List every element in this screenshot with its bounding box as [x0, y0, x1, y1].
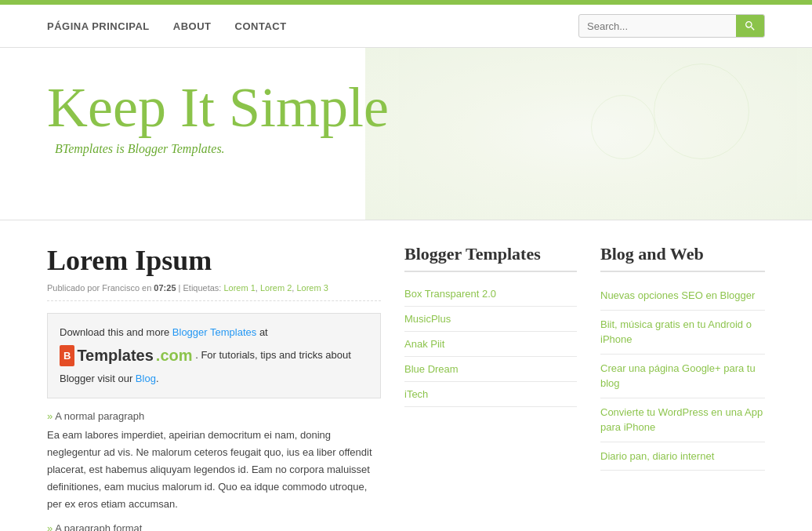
- sidebar1-title: Blogger Templates: [404, 244, 577, 272]
- post-tag-2[interactable]: Lorem 2: [260, 283, 292, 293]
- list-item: Convierte tu WordPress en una App para i…: [600, 398, 765, 442]
- sidebar2-item-0[interactable]: Nuevas opciones SEO en Blogger: [600, 289, 755, 301]
- post-tag-1[interactable]: Lorem 1: [223, 283, 255, 293]
- post-title: Lorem Ipsum: [47, 244, 381, 277]
- paragraph1-title: A normal paragraph: [47, 410, 381, 422]
- sidebar2-title: Blog and Web: [600, 244, 765, 272]
- site-subtitle: BTemplates is Blogger Templates.: [55, 142, 765, 156]
- list-item: Anak Piit: [404, 332, 577, 357]
- sidebar-section-1: Blogger Templates Box Transparent 2.0 Mu…: [404, 244, 577, 407]
- sidebar-section-2: Blog and Web Nuevas opciones SEO en Blog…: [600, 244, 765, 471]
- post-download-text: Download this and more: [60, 326, 169, 338]
- nav-about[interactable]: ABOUT: [173, 20, 212, 32]
- sidebar2-item-4[interactable]: Diario pan, diario internet: [600, 450, 714, 462]
- bt-text: Templates: [77, 341, 153, 369]
- post-meta: Publicado por Francisco en 07:25 | Etiqu…: [47, 283, 381, 301]
- header-area: Keep It Simple BTemplates is Blogger Tem…: [0, 48, 812, 220]
- post-tag-3[interactable]: Lorem 3: [296, 283, 328, 293]
- list-item: MusicPlus: [404, 307, 577, 332]
- sidebar1-item-1[interactable]: MusicPlus: [404, 313, 451, 325]
- sidebar1-item-2[interactable]: Anak Piit: [404, 338, 444, 350]
- search-icon: [744, 20, 756, 32]
- post-time: 07:25: [154, 283, 176, 293]
- sidebar1-item-4[interactable]: iTech: [404, 388, 428, 400]
- sidebar1-list: Box Transparent 2.0 MusicPlus Anak Piit …: [404, 282, 577, 407]
- list-item: iTech: [404, 382, 577, 407]
- search-input[interactable]: [579, 16, 736, 37]
- nav-contact[interactable]: CONTACT: [235, 20, 287, 32]
- post-etiquetas-label: | Etiquetas:: [179, 283, 222, 293]
- site-title: Keep It Simple: [47, 79, 765, 136]
- list-item: Biit, música gratis en tu Android o iPho…: [600, 311, 765, 355]
- bt-icon: B: [60, 345, 74, 366]
- post-published-by: Publicado por Francisco en: [47, 283, 151, 293]
- list-item: Blue Dream: [404, 357, 577, 382]
- nav-links: PÁGINA PRINCIPAL ABOUT CONTACT: [47, 20, 578, 32]
- sidebar2-item-3[interactable]: Convierte tu WordPress en una App para i…: [600, 406, 763, 434]
- sidebar-blog-and-web: Blog and Web Nuevas opciones SEO en Blog…: [600, 244, 765, 531]
- paragraph1-body: Ea eam labores imperdiet, apeirian democ…: [47, 427, 381, 513]
- list-item: Crear una página Google+ para tu blog: [600, 355, 765, 398]
- sidebar1-item-3[interactable]: Blue Dream: [404, 363, 459, 375]
- sidebar-blogger-templates: Blogger Templates Box Transparent 2.0 Mu…: [404, 244, 577, 531]
- post-blog-link[interactable]: Blog: [136, 373, 156, 384]
- content-area: Lorem Ipsum Publicado por Francisco en 0…: [47, 244, 381, 531]
- sidebar2-item-1[interactable]: Biit, música gratis en tu Android o iPho…: [600, 318, 752, 346]
- list-item: Nuevas opciones SEO en Blogger: [600, 282, 765, 311]
- search-button[interactable]: [736, 15, 764, 37]
- sidebar2-list: Nuevas opciones SEO en Blogger Biit, mús…: [600, 282, 765, 471]
- post-download-box: Download this and more Blogger Templates…: [47, 313, 381, 398]
- post-at: at: [259, 326, 268, 338]
- navigation: PÁGINA PRINCIPAL ABOUT CONTACT: [0, 5, 812, 48]
- list-item: Box Transparent 2.0: [404, 282, 577, 307]
- sidebar2-item-2[interactable]: Crear una página Google+ para tu blog: [600, 362, 756, 390]
- sidebar1-item-0[interactable]: Box Transparent 2.0: [404, 288, 496, 300]
- search-box: [578, 14, 765, 38]
- blogger-templates-link[interactable]: Blogger Templates: [172, 326, 256, 338]
- paragraph2-title: A paragraph format: [47, 522, 381, 531]
- list-item: Diario pan, diario internet: [600, 442, 765, 471]
- btemplates-logo: B Templates .com: [60, 341, 193, 369]
- main-container: Lorem Ipsum Publicado por Francisco en 0…: [0, 220, 812, 531]
- nav-pagina-principal[interactable]: PÁGINA PRINCIPAL: [47, 20, 150, 32]
- bt-com: .com: [156, 341, 193, 369]
